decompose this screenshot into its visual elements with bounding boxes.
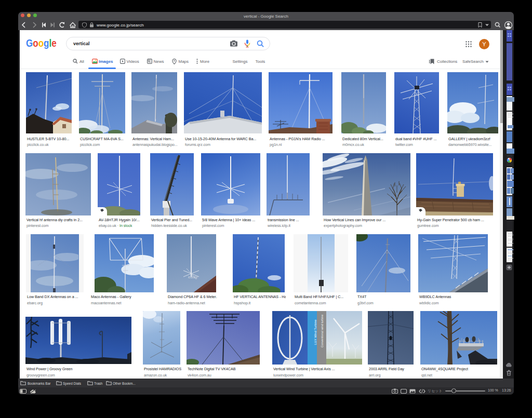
svg-text:Conventional wind turbine: Conventional wind turbine xyxy=(321,315,324,347)
svg-text:eBay: eBay xyxy=(188,275,197,279)
svg-text:LUX Wind Turbine: LUX Wind Turbine xyxy=(314,319,317,345)
